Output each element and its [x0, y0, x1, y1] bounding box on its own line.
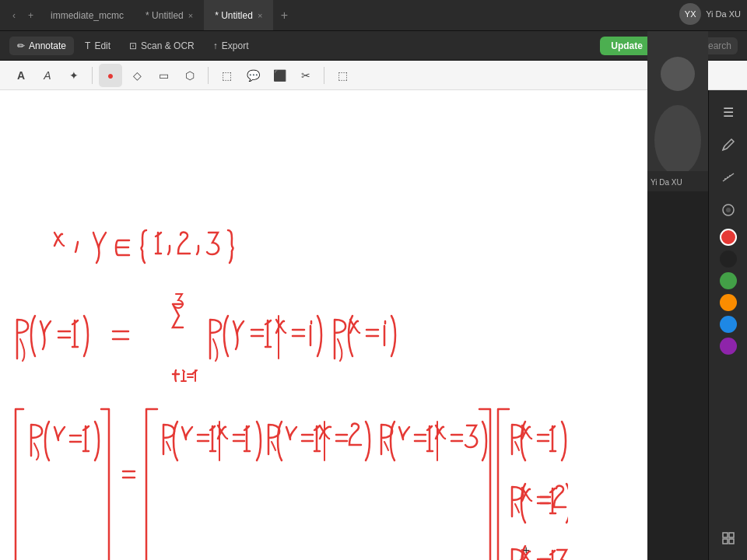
- canvas-area[interactable]: +: [0, 90, 708, 560]
- circle-icon: [721, 202, 736, 218]
- edit-icon: T: [85, 40, 90, 51]
- scan-ocr-button[interactable]: ⊡ Scan & OCR: [121, 37, 202, 55]
- user-name: Yi Da XU: [706, 9, 741, 19]
- bold-text-icon: A: [17, 69, 25, 82]
- shapes-button[interactable]: ✂: [294, 64, 317, 87]
- scan-icon: ⊡: [129, 40, 137, 51]
- math-svg: +: [0, 90, 568, 560]
- shapes-icon: ✂: [301, 69, 310, 82]
- tab-close-icon[interactable]: ×: [188, 11, 193, 20]
- star-icon: ✦: [69, 69, 79, 82]
- ruler-icon: [721, 170, 736, 185]
- annotate-label: Annotate: [29, 40, 66, 51]
- svg-rect-8: [729, 533, 734, 537]
- svg-text:+: +: [523, 544, 529, 556]
- export-icon: ↑: [213, 40, 218, 51]
- scan-label: Scan & OCR: [141, 40, 195, 51]
- italic-text-icon: A: [44, 69, 51, 82]
- eraser-button[interactable]: ⬛: [268, 64, 291, 87]
- update-button[interactable]: Update: [600, 37, 654, 55]
- color-black[interactable]: [720, 250, 737, 268]
- tab-immediate-mcmc[interactable]: immediate_mcmc: [40, 0, 135, 30]
- color-blue[interactable]: [720, 316, 737, 333]
- main-area: + ☰: [0, 90, 747, 560]
- box-icon: ▭: [159, 69, 169, 82]
- color-red[interactable]: [720, 229, 737, 246]
- ruler-button[interactable]: [714, 163, 742, 191]
- star-button[interactable]: ✦: [62, 64, 86, 87]
- pen-icon: ●: [107, 69, 114, 82]
- menu-button[interactable]: ☰: [714, 98, 742, 126]
- box-button[interactable]: ▭: [152, 64, 175, 87]
- user-silhouette: [647, 31, 708, 171]
- lasso-icon: ⬡: [185, 69, 195, 82]
- bold-text-button[interactable]: A: [9, 64, 33, 87]
- speech-button[interactable]: 💬: [241, 64, 265, 87]
- main-toolbar: ✏ Annotate T Edit ⊡ Scan & OCR ↑ Export …: [0, 31, 747, 61]
- export-label: Export: [222, 40, 249, 51]
- selection-box-button[interactable]: ⬚: [331, 64, 354, 87]
- annotate-icon: ✏: [17, 40, 25, 51]
- user-video-feed: [647, 31, 708, 171]
- nav-back[interactable]: ‹: [6, 10, 22, 21]
- highlighter-button[interactable]: ◇: [125, 64, 149, 87]
- highlighter-icon: ◇: [133, 69, 142, 82]
- pen-button[interactable]: ●: [99, 64, 122, 87]
- svg-line-1: [723, 173, 734, 181]
- tab-label: * Untitled: [215, 10, 253, 21]
- eraser-icon: ⬛: [273, 69, 286, 82]
- grid-button[interactable]: [714, 524, 742, 552]
- select-button[interactable]: ⬚: [215, 64, 238, 87]
- right-sidebar: ☰: [708, 90, 747, 560]
- circle-button[interactable]: [714, 196, 742, 224]
- pen-sidebar-button[interactable]: [714, 131, 742, 159]
- export-button[interactable]: ↑ Export: [205, 37, 257, 55]
- user-avatar-area: YX Yi Da XU: [673, 0, 747, 28]
- edit-label: Edit: [94, 40, 110, 51]
- svg-point-6: [726, 208, 731, 212]
- svg-rect-10: [729, 539, 734, 544]
- drawing-toolbar: A A ✦ ● ◇ ▭ ⬡ ⬚ 💬 ⬛ ✂ ⬚: [0, 61, 747, 90]
- selection-box-icon: ⬚: [338, 69, 348, 82]
- tab-untitled1[interactable]: * Untitled ×: [135, 0, 204, 30]
- user-name-video: Yi Da XU: [651, 178, 682, 187]
- edit-button[interactable]: T Edit: [77, 37, 118, 55]
- svg-point-12: [661, 57, 695, 91]
- speech-icon: 💬: [247, 69, 260, 82]
- svg-rect-7: [723, 533, 728, 537]
- color-purple[interactable]: [720, 338, 737, 355]
- color-green[interactable]: [720, 272, 737, 289]
- tab-label: immediate_mcmc: [51, 10, 124, 21]
- title-bar: ‹ + immediate_mcmc * Untitled × * Untitl…: [0, 0, 747, 31]
- tab-untitled2[interactable]: * Untitled ×: [204, 0, 273, 30]
- grid-icon: [721, 530, 736, 546]
- avatar-label: YX: [685, 9, 696, 19]
- tab-label: * Untitled: [146, 10, 184, 21]
- tab-add-button[interactable]: +: [273, 5, 295, 26]
- tab-close-icon[interactable]: ×: [258, 11, 262, 20]
- user-video-panel: Yi Da XU: [647, 31, 708, 560]
- pen-sidebar-icon: [721, 137, 736, 152]
- lasso-button[interactable]: ⬡: [178, 64, 202, 87]
- nav-add[interactable]: +: [22, 10, 40, 21]
- color-orange[interactable]: [720, 294, 737, 311]
- select-icon: ⬚: [222, 69, 232, 82]
- annotate-button[interactable]: ✏ Annotate: [9, 37, 74, 55]
- italic-text-button[interactable]: A: [36, 64, 59, 87]
- menu-icon: ☰: [723, 105, 734, 120]
- svg-rect-9: [723, 539, 728, 544]
- avatar: YX: [679, 3, 701, 25]
